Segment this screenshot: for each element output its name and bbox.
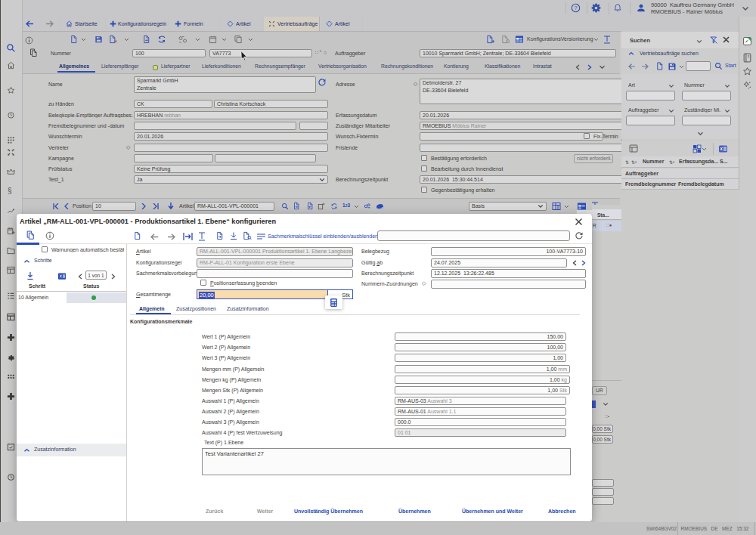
svg-text:?: ? — [574, 5, 577, 11]
